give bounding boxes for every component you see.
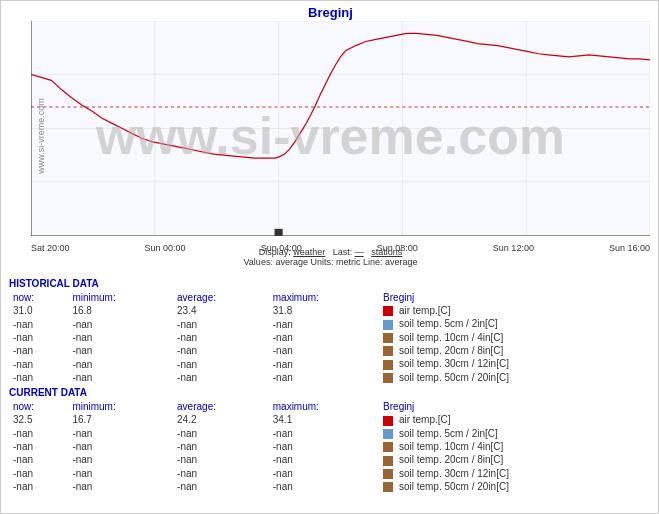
cell-label: soil temp. 5cm / 2in[C] [379,317,652,330]
cell-label: soil temp. 10cm / 4in[C] [379,331,652,344]
legend-display: Display: weather Last: — stations [259,247,403,257]
table-row: -nan -nan -nan -nan soil temp. 30cm / 12… [9,357,652,370]
cell-max: -nan [269,317,379,330]
cell-avg: -nan [173,344,269,357]
current-table: now: minimum: average: maximum: Breginj … [9,400,652,493]
cell-max: -nan [269,440,379,453]
cell-label: soil temp. 20cm / 8in[C] [379,344,652,357]
cell-avg: -nan [173,317,269,330]
data-section: HISTORICAL DATA now: minimum: average: m… [1,271,659,514]
table-row: -nan -nan -nan -nan soil temp. 20cm / 8i… [9,344,652,357]
sensor-label: soil temp. 10cm / 4in[C] [399,332,503,343]
color-indicator [383,306,393,316]
color-indicator [383,469,393,479]
color-indicator [383,346,393,356]
cell-avg: -nan [173,331,269,344]
sensor-label: soil temp. 5cm / 2in[C] [399,428,498,439]
cell-min: -nan [68,427,173,440]
color-indicator [383,333,393,343]
cell-max: -nan [269,357,379,370]
table-row: -nan -nan -nan -nan soil temp. 50cm / 20… [9,480,652,493]
cell-label: soil temp. 30cm / 12in[C] [379,357,652,370]
color-indicator [383,320,393,330]
table-row: -nan -nan -nan -nan soil temp. 20cm / 8i… [9,453,652,466]
historical-header: HISTORICAL DATA [9,278,652,289]
cell-now: -nan [9,317,68,330]
cell-min: -nan [68,317,173,330]
hist-col-max: maximum: [269,291,379,304]
side-label: www.si-vreme.com [36,98,46,174]
cell-min: -nan [68,480,173,493]
historical-table: now: minimum: average: maximum: Breginj … [9,291,652,384]
chart-svg: 30 20 [31,21,650,236]
cell-max: -nan [269,467,379,480]
color-indicator [383,482,393,492]
cell-now: 31.0 [9,304,68,317]
cell-label: air temp.[C] [379,413,652,426]
table-row: -nan -nan -nan -nan soil temp. 10cm / 4i… [9,440,652,453]
cell-now: 32.5 [9,413,68,426]
chart-title: Breginj [1,1,659,20]
cell-avg: -nan [173,357,269,370]
color-indicator [383,416,393,426]
cell-now: -nan [9,467,68,480]
cell-max: -nan [269,453,379,466]
cell-min: -nan [68,467,173,480]
cell-now: -nan [9,344,68,357]
curr-col-min: minimum: [68,400,173,413]
sensor-label: soil temp. 30cm / 12in[C] [399,358,509,369]
cell-label: soil temp. 10cm / 4in[C] [379,440,652,453]
cell-min: -nan [68,453,173,466]
sensor-label: air temp.[C] [399,414,451,425]
cell-avg: -nan [173,440,269,453]
curr-col-station: Breginj [379,400,652,413]
sensor-label: soil temp. 10cm / 4in[C] [399,441,503,452]
main-container: Breginj www.si-vreme.com www.si-vreme.co… [1,1,659,514]
cell-max: -nan [269,344,379,357]
cell-avg: 23.4 [173,304,269,317]
table-row: 31.0 16.8 23.4 31.8 air temp.[C] [9,304,652,317]
cell-label: soil temp. 20cm / 8in[C] [379,453,652,466]
cell-min: -nan [68,357,173,370]
cell-now: -nan [9,427,68,440]
hist-col-station: Breginj [379,291,652,304]
cell-now: -nan [9,357,68,370]
cell-now: -nan [9,480,68,493]
table-row: -nan -nan -nan -nan soil temp. 30cm / 12… [9,467,652,480]
cell-max: 31.8 [269,304,379,317]
sensor-label: soil temp. 50cm / 20in[C] [399,481,509,492]
cell-min: -nan [68,371,173,384]
current-header: CURRENT DATA [9,387,652,398]
cell-label: soil temp. 50cm / 20in[C] [379,371,652,384]
cell-now: -nan [9,453,68,466]
curr-col-max: maximum: [269,400,379,413]
cell-avg: 24.2 [173,413,269,426]
cell-avg: -nan [173,480,269,493]
cell-max: -nan [269,480,379,493]
chart-svg-container: 30 20 [31,21,650,236]
cell-min: 16.7 [68,413,173,426]
sensor-label: soil temp. 30cm / 12in[C] [399,468,509,479]
table-row: 32.5 16.7 24.2 34.1 air temp.[C] [9,413,652,426]
cell-max: 34.1 [269,413,379,426]
cell-now: -nan [9,331,68,344]
color-indicator [383,360,393,370]
sensor-label: soil temp. 20cm / 8in[C] [399,345,503,356]
cell-label: soil temp. 30cm / 12in[C] [379,467,652,480]
table-row: -nan -nan -nan -nan soil temp. 5cm / 2in… [9,317,652,330]
cell-now: -nan [9,440,68,453]
cell-min: -nan [68,331,173,344]
cell-avg: -nan [173,427,269,440]
chart-legend: Display: weather Last: — stations Values… [1,247,659,267]
cell-label: soil temp. 50cm / 20in[C] [379,480,652,493]
legend-values: Values: average Units: metric Line: aver… [244,257,418,267]
table-row: -nan -nan -nan -nan soil temp. 5cm / 2in… [9,427,652,440]
hist-col-min: minimum: [68,291,173,304]
cell-avg: -nan [173,371,269,384]
sensor-label: soil temp. 20cm / 8in[C] [399,454,503,465]
sensor-label: soil temp. 5cm / 2in[C] [399,318,498,329]
table-row: -nan -nan -nan -nan soil temp. 50cm / 20… [9,371,652,384]
hist-col-avg: average: [173,291,269,304]
curr-col-avg: average: [173,400,269,413]
svg-rect-19 [275,229,283,236]
